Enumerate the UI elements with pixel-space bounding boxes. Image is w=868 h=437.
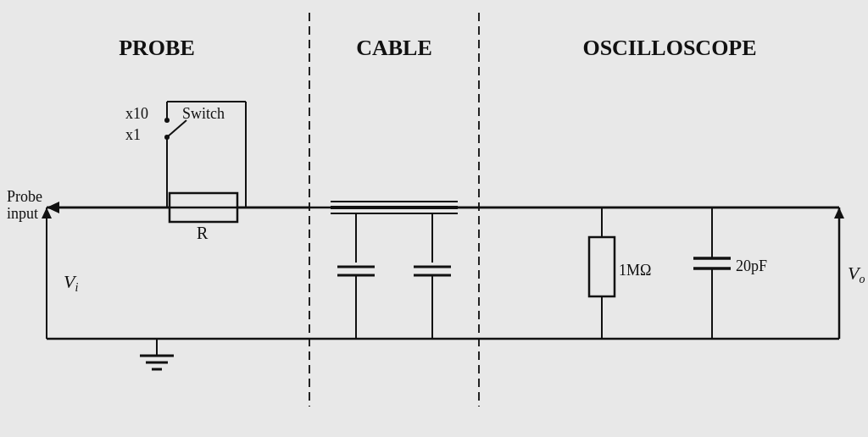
x1-label: x1: [125, 126, 141, 143]
cable-label: CABLE: [356, 36, 432, 60]
capacitor-value-label: 20pF: [736, 257, 767, 274]
svg-rect-0: [0, 0, 868, 437]
x10-label: x10: [125, 105, 148, 122]
switch-label: Switch: [182, 105, 225, 122]
probe-input-label: Probe: [7, 188, 42, 205]
diagram-container: PROBE CABLE OSCILLOSCOPE Probe input x10…: [0, 0, 868, 437]
probe-label: PROBE: [119, 36, 195, 60]
r-label: R: [197, 224, 209, 242]
oscilloscope-label: OSCILLOSCOPE: [582, 36, 756, 60]
svg-text:input: input: [7, 205, 38, 222]
resistor-value-label: 1MΩ: [619, 262, 651, 279]
